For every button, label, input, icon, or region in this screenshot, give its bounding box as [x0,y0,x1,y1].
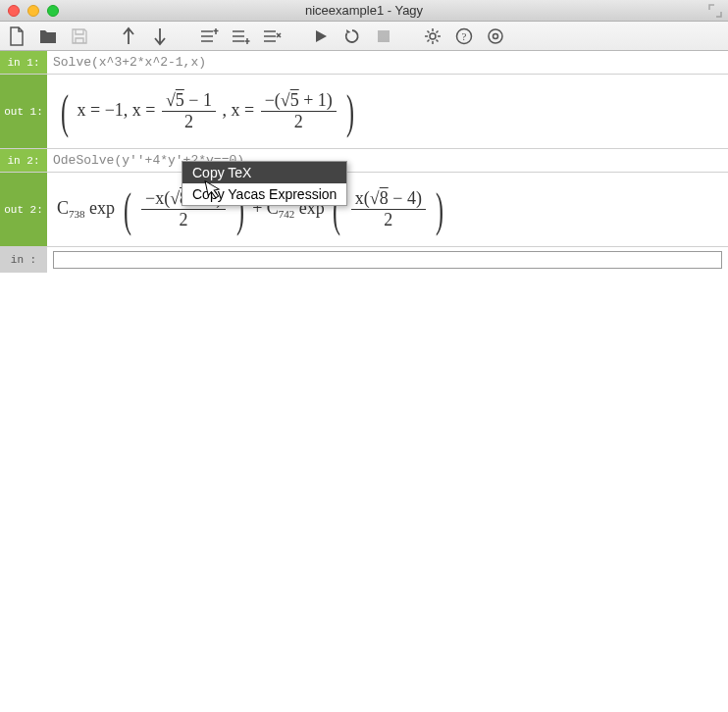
gutter-in-blank: in : [0,247,47,273]
cell-in-1: in 1: Solve(x^3+2*x^2-1,x) [0,51,728,74]
minimize-button[interactable] [27,5,39,17]
titlebar: niceexample1 - Yagy [0,0,728,22]
close-button[interactable] [8,5,20,17]
math-out-1: ( x = −1, x = √5 − 1 2 , x = −(√5 + 1) 2… [53,78,362,144]
traffic-lights [0,5,59,17]
settings-button[interactable] [420,25,445,48]
target-button[interactable] [483,25,508,48]
gutter-out-1: out 1: [0,75,47,148]
gutter-in-2: in 2: [0,149,47,172]
cell-body-out-1[interactable]: ( x = −1, x = √5 − 1 2 , x = −(√5 + 1) 2… [47,75,728,148]
cell-out-2: out 2: C738 exp ( −x(√8 + 4) 2 ) + C742 … [0,172,728,246]
cell-in-blank: in : [0,246,728,273]
stop-button[interactable] [371,25,396,48]
svg-point-4 [489,29,502,43]
new-file-button[interactable] [4,25,29,48]
svg-text:?: ? [462,30,467,42]
toolbar: ? [0,22,728,51]
fullscreen-icon[interactable] [708,4,722,18]
run-button[interactable] [308,25,334,48]
gutter-in-1: in 1: [0,51,47,74]
cell-body-out-2[interactable]: C738 exp ( −x(√8 + 4) 2 ) + C742 exp ( x… [47,173,728,246]
svg-point-5 [494,33,498,38]
cell-out-1: out 1: ( x = −1, x = √5 − 1 2 , x = −(√5… [0,74,728,148]
cell-body-in-2[interactable]: OdeSolve(y''+4*y'+2*y==0) [47,149,728,172]
notebook-content: in 1: Solve(x^3+2*x^2-1,x) out 1: ( x = … [0,51,728,273]
save-button[interactable] [67,25,92,48]
zoom-button[interactable] [47,5,59,17]
delete-cell-button[interactable] [259,25,285,48]
blank-input[interactable] [53,251,722,269]
arrow-up-button[interactable] [116,25,141,48]
open-file-button[interactable] [35,25,61,48]
cell-body-in-1[interactable]: Solve(x^3+2*x^2-1,x) [47,51,728,74]
insert-below-button[interactable] [228,25,253,48]
gutter-out-2: out 2: [0,173,47,246]
reload-button[interactable] [339,25,365,48]
cell-in-2: in 2: OdeSolve(y''+4*y'+2*y==0) [0,148,728,172]
arrow-down-button[interactable] [147,25,173,48]
insert-above-button[interactable] [196,25,222,48]
help-button[interactable]: ? [451,25,477,48]
code-in-1: Solve(x^3+2*x^2-1,x) [53,55,206,70]
svg-point-1 [430,33,436,39]
svg-rect-0 [378,30,390,42]
cell-body-in-blank [47,247,728,273]
window-title: niceexample1 - Yagy [305,3,423,18]
